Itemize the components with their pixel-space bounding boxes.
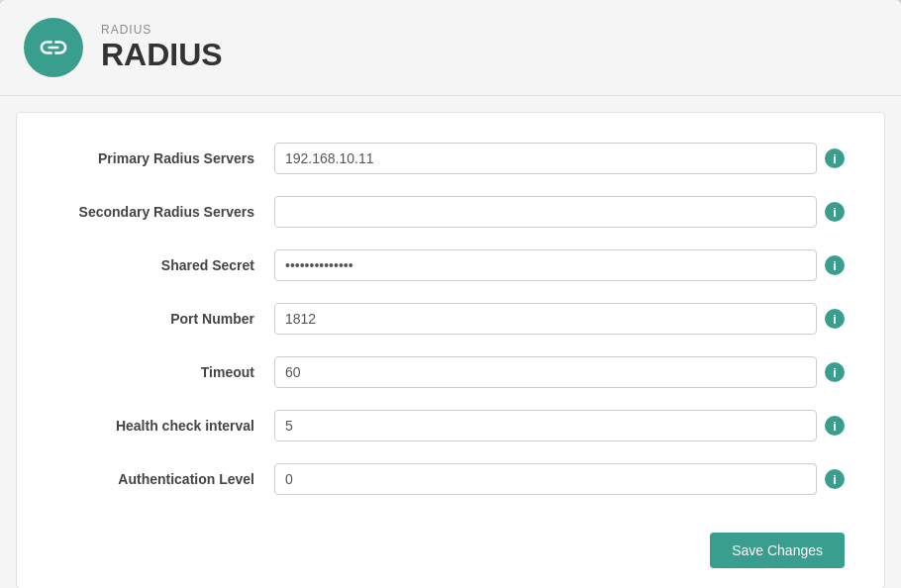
form-label-timeout: Timeout — [56, 364, 274, 380]
form-label-health-check: Health check interval — [56, 418, 274, 434]
form-input-wrap-health-check: i — [274, 410, 845, 441]
info-icon-timeout[interactable]: i — [825, 362, 845, 382]
secondary-radius-input[interactable] — [274, 196, 817, 228]
form-input-wrap-secondary-radius: i — [274, 196, 845, 228]
header-text: RADIUS RADIUS — [101, 23, 223, 73]
form-row: Secondary Radius Serversi — [56, 196, 845, 228]
form-row: Timeouti — [56, 356, 845, 388]
auth-level-input[interactable] — [274, 463, 817, 495]
form-input-wrap-primary-radius: i — [274, 143, 845, 174]
form-input-wrap-shared-secret: i — [274, 249, 845, 281]
health-check-input[interactable] — [274, 410, 817, 441]
form-label-shared-secret: Shared Secret — [56, 257, 274, 273]
footer-row: Save Changes — [56, 517, 845, 568]
primary-radius-input[interactable] — [274, 143, 817, 174]
form-input-wrap-auth-level: i — [274, 463, 845, 495]
form-label-auth-level: Authentication Level — [56, 471, 274, 487]
form-row: Health check intervali — [56, 410, 845, 441]
header: RADIUS RADIUS — [0, 0, 901, 96]
form-label-primary-radius: Primary Radius Servers — [56, 150, 274, 166]
info-icon-shared-secret[interactable]: i — [825, 255, 845, 275]
info-icon-primary-radius[interactable]: i — [825, 148, 845, 168]
form-label-port-number: Port Number — [56, 311, 274, 327]
page-container: RADIUS RADIUS Primary Radius ServersiSec… — [0, 0, 901, 588]
form-row: Authentication Leveli — [56, 463, 845, 495]
header-title: RADIUS — [101, 37, 223, 73]
form-row: Primary Radius Serversi — [56, 143, 845, 174]
form-input-wrap-timeout: i — [274, 356, 845, 388]
form-section: Primary Radius ServersiSecondary Radius … — [56, 143, 845, 517]
save-button[interactable]: Save Changes — [710, 533, 845, 568]
content-area: Primary Radius ServersiSecondary Radius … — [16, 112, 885, 588]
form-input-wrap-port-number: i — [274, 303, 845, 335]
form-row: Port Numberi — [56, 303, 845, 335]
form-row: Shared Secreti — [56, 249, 845, 281]
form-label-secondary-radius: Secondary Radius Servers — [56, 204, 274, 220]
info-icon-auth-level[interactable]: i — [825, 469, 845, 489]
radius-icon — [24, 18, 83, 77]
info-icon-secondary-radius[interactable]: i — [825, 202, 845, 222]
link-icon — [38, 32, 69, 63]
info-icon-port-number[interactable]: i — [825, 309, 845, 329]
header-subtitle: RADIUS — [101, 23, 223, 37]
info-icon-health-check[interactable]: i — [825, 416, 845, 436]
shared-secret-input[interactable] — [274, 249, 817, 281]
timeout-input[interactable] — [274, 356, 817, 388]
port-number-input[interactable] — [274, 303, 817, 335]
